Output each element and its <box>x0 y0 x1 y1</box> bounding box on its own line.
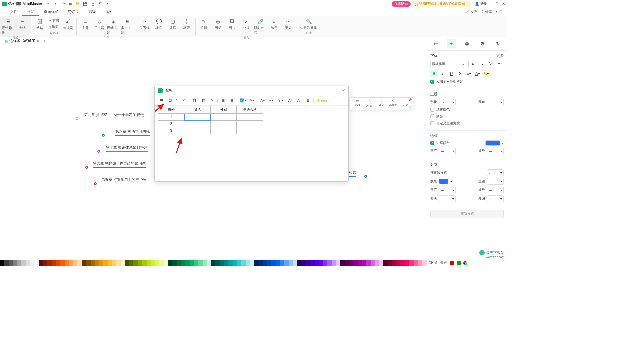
table-cell[interactable] <box>237 114 263 121</box>
palette-color[interactable] <box>319 260 323 266</box>
document-tab[interactable]: ▦ 这样读书就够了 <box>2 38 41 43</box>
palette-color[interactable] <box>379 260 383 266</box>
palette-color[interactable] <box>151 260 155 266</box>
menu-file[interactable]: 文件 <box>5 8 22 15</box>
branch-node-icon[interactable] <box>76 117 78 120</box>
palette-color[interactable] <box>21 260 26 266</box>
table-header-cell[interactable]: 姓名 <box>184 106 211 114</box>
palette-color[interactable] <box>267 260 271 266</box>
palette-color[interactable] <box>52 260 56 266</box>
palette-color[interactable] <box>9 260 13 266</box>
branch-node-icon[interactable] <box>97 150 100 153</box>
branch-node-icon[interactable] <box>85 166 88 169</box>
palette-color[interactable] <box>375 260 379 266</box>
color-palette-strip[interactable] <box>0 260 427 266</box>
dialog-close-icon[interactable]: ✕ <box>342 88 345 93</box>
palette-color[interactable] <box>181 260 185 266</box>
palette-color[interactable] <box>400 260 405 266</box>
palette-color[interactable] <box>409 260 414 266</box>
multi-topic-button[interactable]: ⊕多个主题 <box>121 17 134 35</box>
font-family-select[interactable]: 微软雅黑▾ <box>430 61 466 67</box>
collapse-ribbon-icon[interactable]: ˇ <box>500 10 502 14</box>
insert-row-below-icon[interactable]: ⬓ <box>167 97 173 104</box>
branch-item[interactable]: 第七章 知识体系如何搭建 <box>106 145 148 152</box>
editable-table[interactable]: 编号姓名性别是否合格 123 <box>158 106 263 134</box>
palette-color[interactable] <box>56 260 60 266</box>
branch-node-icon[interactable] <box>364 175 367 178</box>
palette-color[interactable] <box>310 260 315 266</box>
palette-color[interactable] <box>69 260 73 266</box>
palette-color[interactable] <box>159 260 164 266</box>
expand-icon[interactable]: ⇲ <box>409 106 412 109</box>
strike-button[interactable]: S <box>457 70 464 77</box>
font-decrease-icon[interactable]: A⁻ <box>296 97 303 104</box>
close-window-icon[interactable]: ✕ <box>502 2 505 6</box>
palette-color[interactable] <box>241 260 246 266</box>
undo-icon[interactable]: ↶ <box>46 2 51 6</box>
palette-color[interactable] <box>194 260 198 266</box>
mode-outline-button[interactable]: ≣大纲 <box>16 17 29 35</box>
palette-color[interactable] <box>237 260 241 266</box>
palette-color[interactable] <box>259 260 263 266</box>
export-icon[interactable]: ⇱ <box>98 2 102 6</box>
palette-color[interactable] <box>35 260 39 266</box>
table-header-cell[interactable]: 编号 <box>158 106 184 114</box>
palette-color[interactable] <box>108 260 112 266</box>
summary-button[interactable]: }概要 <box>180 17 193 30</box>
palette-color[interactable] <box>125 260 129 266</box>
palette-color[interactable] <box>39 260 43 266</box>
apply-same-type-checkbox[interactable] <box>430 80 434 84</box>
minimize-icon[interactable]: ─ <box>489 2 492 6</box>
print-icon[interactable]: 🖨 <box>90 2 95 6</box>
publish-button[interactable]: ↗ 发布 <box>466 9 478 14</box>
palette-color[interactable] <box>306 260 310 266</box>
palette-color[interactable] <box>340 260 345 266</box>
insert-row-above-icon[interactable]: ⬒ <box>158 97 165 104</box>
palette-color[interactable] <box>138 260 142 266</box>
mini-branch-button[interactable]: ⑂分支 <box>376 99 387 108</box>
color-wheel-icon[interactable] <box>463 261 467 265</box>
underline-button[interactable]: U <box>448 70 455 77</box>
table-cell[interactable] <box>211 114 237 121</box>
text-color-icon[interactable]: A▾ <box>259 97 266 104</box>
palette-color[interactable] <box>362 260 366 266</box>
italic-button[interactable]: I <box>439 70 446 77</box>
palette-color[interactable] <box>254 260 259 266</box>
palette-color[interactable] <box>327 260 332 266</box>
palette-color[interactable] <box>43 260 47 266</box>
palette-color[interactable] <box>168 260 172 266</box>
bold-button[interactable]: B <box>430 70 438 77</box>
font-more-link[interactable]: 更多 <box>496 53 504 58</box>
table-cell[interactable] <box>237 127 263 134</box>
palette-color[interactable] <box>129 260 133 266</box>
palette-color[interactable] <box>133 260 138 266</box>
table-cell[interactable]: 2 <box>158 121 184 127</box>
palette-color[interactable] <box>95 260 99 266</box>
table-cell[interactable] <box>184 114 211 121</box>
relationship-button[interactable]: 〰关系线 <box>138 17 151 30</box>
menu-more-icon[interactable]: ▾ <box>496 10 497 13</box>
recent-color-1[interactable] <box>450 261 454 265</box>
align-button[interactable]: ≡▾ <box>465 70 473 77</box>
undo-dropdown-icon[interactable]: ▾ <box>53 2 58 6</box>
boundary-button[interactable]: ▢外框 <box>166 17 179 30</box>
formula-button[interactable]: Σ公式 <box>240 17 253 35</box>
branch-item[interactable]: 第五章 打造学习力的三个维 <box>101 177 147 184</box>
redo-icon[interactable]: ↷ <box>61 2 65 6</box>
font-size-select[interactable]: 14▾ <box>468 61 485 67</box>
palette-color[interactable] <box>336 260 340 266</box>
palette-color[interactable] <box>91 260 95 266</box>
maximize-icon[interactable]: ☐ <box>495 2 499 6</box>
login-button[interactable]: 👤 登录 <box>475 2 487 6</box>
table-cell[interactable] <box>237 121 263 127</box>
shape-select[interactable]: ▭▾ <box>439 99 456 105</box>
number-button[interactable]: #编号 <box>268 17 281 35</box>
palette-color[interactable] <box>297 260 302 266</box>
copy-button[interactable]: ⎘拷贝 <box>47 24 60 30</box>
table-font-size[interactable]: 9 ▾ <box>277 98 285 103</box>
palette-color[interactable] <box>246 260 250 266</box>
fill-color-icon[interactable]: 🪣▾ <box>239 97 246 104</box>
topic-button[interactable]: ▭主题 <box>79 17 92 35</box>
palette-color[interactable] <box>73 260 77 266</box>
palette-color[interactable] <box>315 260 319 266</box>
